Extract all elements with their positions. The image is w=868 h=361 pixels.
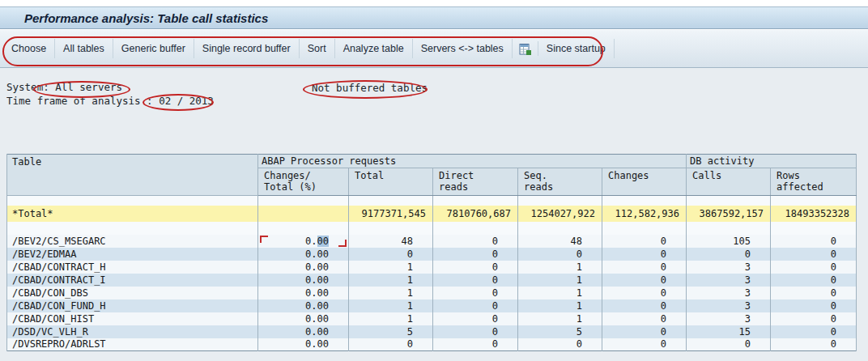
stat-value-cell[interactable]: 105	[687, 235, 771, 248]
spreadsheet-icon[interactable]	[513, 41, 538, 56]
group-header-db: DB activity	[687, 155, 857, 168]
stat-value-cell[interactable]: 0	[771, 325, 857, 338]
stat-value-cell[interactable]: 1	[349, 287, 433, 299]
toolbar-button-single-record-buffer[interactable]: Single record buffer	[194, 39, 300, 58]
stat-value-cell[interactable]: 0	[433, 287, 518, 299]
timeframe-value[interactable]: 02 / 2013	[159, 95, 214, 107]
stat-value-cell[interactable]: 0	[771, 338, 857, 351]
stat-value-cell[interactable]: 1	[518, 312, 602, 325]
stat-value-cell[interactable]: 0.00	[258, 274, 349, 287]
stat-value-cell[interactable]: 15	[687, 325, 771, 338]
stat-value-cell[interactable]: 0	[602, 248, 687, 261]
column-header-rows-affected[interactable]: Rows affected	[771, 168, 857, 196]
stat-value-cell[interactable]: 0	[433, 248, 518, 261]
stat-value-cell[interactable]: 0.00	[258, 287, 349, 299]
stat-value-cell[interactable]: 0.00	[258, 325, 349, 338]
total-row[interactable]: *Total* 9177371,545 7810760,687 1254027,…	[7, 206, 857, 222]
stat-value-cell[interactable]: 0	[602, 299, 687, 312]
stat-value-cell[interactable]: 1	[518, 274, 602, 287]
stat-value-cell[interactable]: 0	[602, 287, 687, 299]
table-name-cell[interactable]: /BEV2/CS_MSEGARC	[7, 235, 258, 248]
stat-value-cell[interactable]: 1	[349, 312, 433, 325]
column-header-changes[interactable]: Changes	[602, 168, 687, 196]
stat-value-cell[interactable]: 0	[602, 274, 687, 287]
stat-value-cell[interactable]: 0.00	[258, 261, 349, 274]
table-name-cell[interactable]: /DSD/VC_VLH_R	[7, 325, 258, 338]
toolbar-button-choose[interactable]: Choose	[3, 39, 55, 58]
table-name-cell[interactable]: /BEV2/EDMAA	[7, 248, 258, 261]
table-name-cell[interactable]: /CBAD/CONTRACT_I	[7, 274, 258, 287]
stat-value-cell[interactable]: 0	[602, 235, 687, 248]
toolbar-button-analyze-table[interactable]: Analyze table	[335, 39, 413, 58]
stat-value-cell[interactable]: 0	[771, 235, 857, 248]
stat-value-cell[interactable]: 5	[349, 325, 433, 338]
toolbar-button-servers-tables[interactable]: Servers <-> tables	[413, 39, 513, 58]
column-header-changes-total[interactable]: Changes/ Total (%)	[258, 168, 349, 196]
table-name-cell[interactable]: /DVSREPRO/ADRLST	[7, 338, 258, 351]
stat-value-cell[interactable]: 0	[771, 261, 857, 274]
stat-value-cell[interactable]: 3	[687, 274, 771, 287]
stat-value-cell[interactable]: 0	[687, 338, 771, 351]
timeframe-label: Time frame of analysis :	[6, 95, 153, 107]
column-header-direct-reads[interactable]: Direct reads	[433, 168, 518, 196]
stat-value-cell[interactable]: 1	[518, 287, 602, 299]
table-row: /BEV2/CS_MSEGARC0.004804801050	[7, 235, 857, 248]
stat-value-cell[interactable]: 0.00	[258, 248, 349, 261]
stat-value-cell[interactable]: 0	[771, 248, 857, 261]
system-value[interactable]: All servers	[55, 81, 122, 93]
stat-value-cell[interactable]: 1	[349, 299, 433, 312]
stat-value-cell[interactable]: 0	[771, 299, 857, 312]
stat-value-cell[interactable]: 0	[518, 338, 602, 351]
toolbar-button-sort[interactable]: Sort	[300, 39, 335, 58]
stat-value-cell[interactable]: 1	[349, 261, 433, 274]
stat-value-cell[interactable]: 3	[687, 287, 771, 299]
table-row: /CBAD/CONTRACT_H0.00101030	[7, 261, 857, 274]
stat-value-cell[interactable]: 0	[433, 261, 518, 274]
toolbar-button-since-startup[interactable]: Since startup	[538, 39, 615, 58]
column-header-calls[interactable]: Calls	[687, 168, 771, 196]
stat-value-cell[interactable]: 0	[518, 248, 602, 261]
selection-criteria: System: All serversNot buffered tables T…	[6, 81, 849, 108]
stat-value-cell[interactable]: 3	[687, 299, 771, 312]
stat-value-cell[interactable]: 0.00	[258, 338, 349, 351]
stat-value-cell[interactable]: 0	[602, 261, 687, 274]
stat-value-cell[interactable]: 0	[349, 248, 433, 261]
stat-value-cell[interactable]: 3	[687, 312, 771, 325]
stat-value-cell[interactable]: 0	[433, 338, 518, 351]
stat-value-cell[interactable]: 0.00	[258, 299, 349, 312]
column-header-total[interactable]: Total	[349, 168, 433, 196]
stat-value-cell[interactable]: 0	[771, 287, 857, 299]
stat-value-cell[interactable]: 5	[518, 325, 602, 338]
stat-value-cell[interactable]: 0	[771, 274, 857, 287]
stat-value-cell[interactable]: 0	[433, 235, 518, 248]
stat-value-cell[interactable]: 0	[687, 248, 771, 261]
stat-value-cell[interactable]: 0	[433, 274, 518, 287]
stat-value-cell[interactable]: 48	[349, 235, 433, 248]
stat-value-cell[interactable]: 1	[349, 274, 433, 287]
toolbar-button-all-tables[interactable]: All tables	[55, 39, 113, 58]
table-name-cell[interactable]: /CBAD/CON_HIST	[7, 312, 258, 325]
stat-value-cell[interactable]: 0.00	[258, 235, 349, 248]
stat-value-cell[interactable]: 0	[433, 325, 518, 338]
stat-value-cell[interactable]: 1	[518, 299, 602, 312]
stat-value-cell[interactable]: 1	[518, 261, 602, 274]
column-header-table[interactable]: Table	[7, 155, 258, 196]
total-value-cell: 7810760,687	[433, 206, 518, 222]
stat-value-cell[interactable]: 0	[602, 338, 687, 351]
stat-value-cell[interactable]: 0.00	[258, 312, 349, 325]
toolbar-button-generic-buffer[interactable]: Generic buffer	[113, 39, 194, 58]
stat-value-cell[interactable]: 48	[518, 235, 602, 248]
stat-value-cell[interactable]: 3	[687, 261, 771, 274]
buffer-status-text: Not buffered tables	[312, 82, 428, 94]
table-name-cell[interactable]: /CBAD/CON_FUND_H	[7, 299, 258, 312]
table-name-cell[interactable]: /CBAD/CON_DBS	[7, 287, 258, 299]
table-name-cell[interactable]: /CBAD/CONTRACT_H	[7, 261, 258, 274]
stat-value-cell[interactable]: 0	[602, 312, 687, 325]
stat-value-cell[interactable]: 0	[602, 325, 687, 338]
stat-value-cell[interactable]: 0	[433, 299, 518, 312]
stat-value-cell[interactable]: 0	[349, 338, 433, 351]
stat-value-cell[interactable]: 0	[771, 312, 857, 325]
stat-value-cell[interactable]: 0	[433, 312, 518, 325]
column-header-seq-reads[interactable]: Seq. reads	[518, 168, 602, 196]
spacer-row	[7, 196, 857, 206]
